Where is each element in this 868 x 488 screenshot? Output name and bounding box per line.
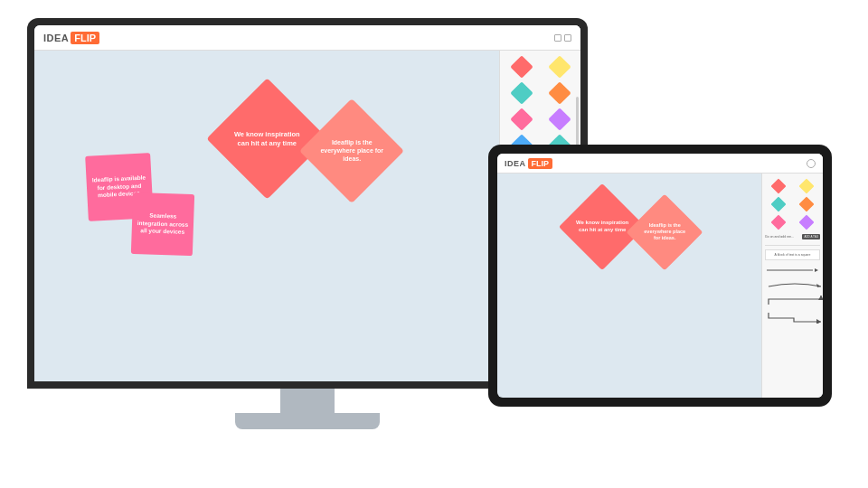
tablet-add-tag: Go on and add me... ADD A TAG — [765, 234, 820, 239]
tablet-app-logo: IDEA FLIP — [505, 158, 552, 169]
tablet-search-icon[interactable] — [807, 159, 816, 168]
tablet-straight-arrow[interactable] — [767, 267, 818, 273]
note-1[interactable]: We know inspiration can hit at any time — [224, 96, 310, 182]
minimize-icon[interactable] — [554, 34, 561, 42]
tablet-arrow-tools — [765, 267, 820, 327]
tablet-curved-arrow[interactable] — [767, 279, 823, 288]
panel-notes-grid — [504, 55, 577, 157]
tablet-note-2-text: Ideaflip is the everywhere place for ide… — [637, 219, 692, 245]
note-2-text: Ideaflip is the everywhere place for ide… — [315, 135, 389, 166]
tablet-divider — [765, 245, 820, 246]
tablet-note-1-text: We know inspiration can hit at any time — [571, 216, 633, 238]
monitor-topbar: IDEA FLIP — [34, 25, 580, 51]
tablet-panel-note-2[interactable] — [794, 178, 821, 194]
tablet-bezel: IDEA FLIP We know inspiration can hit at… — [488, 145, 832, 407]
tablet-logo-idea: IDEA — [505, 159, 526, 168]
tablet-logo-flip: FLIP — [528, 158, 553, 169]
tablet-step-arrow[interactable] — [767, 294, 823, 306]
tablet-note-2[interactable]: Ideaflip is the everywhere place for ide… — [637, 205, 692, 259]
note-4[interactable]: Seamless integration across all your dev… — [132, 193, 193, 255]
tablet-add-tag-button[interactable]: ADD A TAG — [802, 234, 820, 239]
note-2[interactable]: Ideaflip is the everywhere place for ide… — [315, 114, 389, 188]
tablet-panel-note-5[interactable] — [765, 214, 792, 230]
tablet-panel-note-6[interactable] — [794, 214, 821, 230]
note-1-text: We know inspiration can hit at any time — [224, 127, 310, 152]
panel-note-4[interactable] — [542, 81, 577, 105]
panel-note-6[interactable] — [542, 108, 577, 131]
monitor-base — [235, 413, 380, 429]
tablet-toolbar-icons — [807, 159, 816, 168]
panel-note-5[interactable] — [504, 108, 539, 131]
tablet-panel-note-1[interactable] — [765, 178, 792, 194]
panel-note-3[interactable] — [504, 81, 539, 105]
tablet-right-panel: Stuff to Add Click on a note to add it t… — [761, 154, 823, 398]
tablet-panel-note-4[interactable] — [794, 196, 821, 212]
panel-note-1[interactable] — [504, 55, 539, 79]
scene: IDEA FLIP We know inspiration can hit at — [0, 0, 868, 488]
tablet-text-block: A block of text is a square — [765, 249, 820, 260]
tablet-panel-grid — [765, 178, 820, 230]
tablet-screen: IDEA FLIP We know inspiration can hit at… — [497, 154, 823, 398]
monitor-neck — [280, 389, 335, 416]
tablet-step-arrow-2[interactable] — [767, 311, 823, 324]
logo-flip-text: FLIP — [71, 32, 99, 44]
maximize-icon[interactable] — [564, 34, 571, 42]
tablet-panel-note-3[interactable] — [765, 196, 792, 212]
tablet-note-1[interactable]: We know inspiration can hit at any time — [571, 196, 633, 258]
panel-note-2[interactable] — [542, 55, 577, 79]
tablet-go-on-label: Go on and add me... — [765, 235, 800, 239]
tablet-topbar: IDEA FLIP — [497, 154, 823, 174]
app-logo: IDEA FLIP — [43, 32, 99, 44]
logo-idea-text: IDEA — [43, 33, 69, 43]
tablet: IDEA FLIP We know inspiration can hit at… — [488, 145, 832, 407]
note-4-text: Seamless integration across all your dev… — [131, 208, 193, 240]
